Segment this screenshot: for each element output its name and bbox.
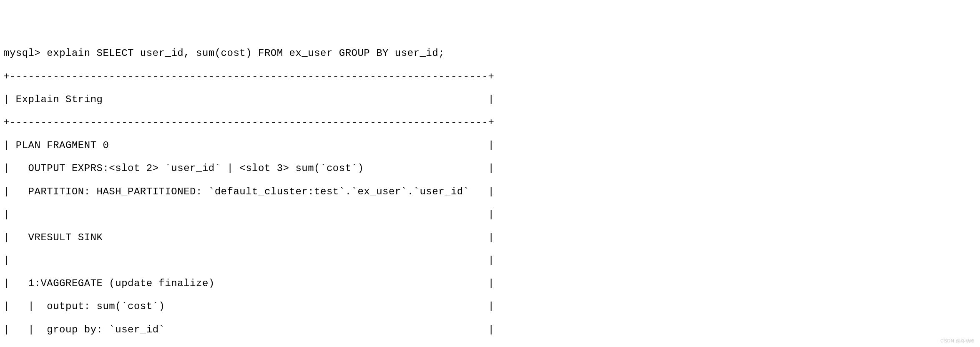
prompt: mysql> — [3, 48, 47, 59]
plan-fragment: | PLAN FRAGMENT 0 | — [3, 140, 977, 151]
blank-row: | | — [3, 209, 977, 221]
vaggregate: | 1:VAGGREGATE (update finalize) | — [3, 278, 977, 289]
output-sum: | | output: sum(`cost`) | — [3, 301, 977, 312]
output-exprs: | OUTPUT EXPRS:<slot 2> `user_id` | <slo… — [3, 163, 977, 174]
table-border-top: +---------------------------------------… — [3, 71, 977, 83]
table-border-mid: +---------------------------------------… — [3, 117, 977, 128]
watermark: CSDN @终动峰 — [940, 338, 975, 344]
group-by: | | group by: `user_id` | — [3, 324, 977, 336]
vresult-sink: | VRESULT SINK | — [3, 232, 977, 244]
command-line: mysql> explain SELECT user_id, sum(cost)… — [3, 48, 977, 59]
partition: | PARTITION: HASH_PARTITIONED: `default_… — [3, 186, 977, 198]
table-header: | Explain String | — [3, 94, 977, 106]
sql-command: explain SELECT user_id, sum(cost) FROM e… — [47, 48, 445, 59]
blank-row: | | — [3, 255, 977, 267]
